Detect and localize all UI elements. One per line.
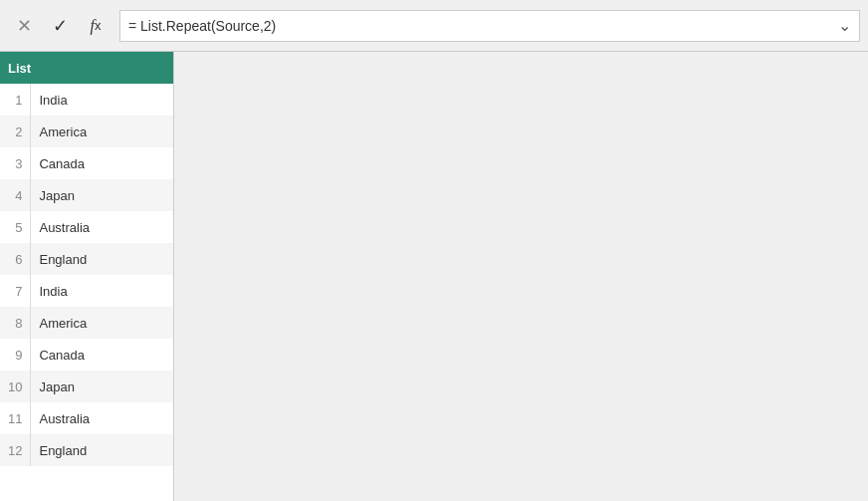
table-row[interactable]: 9Canada	[0, 339, 173, 371]
row-index: 7	[0, 275, 31, 307]
confirm-icon[interactable]: ✓	[44, 10, 76, 42]
table-row[interactable]: 8America	[0, 307, 173, 339]
row-index: 5	[0, 211, 31, 243]
table-row[interactable]: 6England	[0, 243, 173, 275]
row-value: England	[31, 243, 173, 275]
table-row[interactable]: 4Japan	[0, 179, 173, 211]
row-index: 1	[0, 84, 31, 116]
table-row[interactable]: 11Australia	[0, 402, 173, 434]
table-row[interactable]: 3Canada	[0, 147, 173, 179]
table-row[interactable]: 12England	[0, 434, 173, 466]
toolbar: ✕ ✓ fx = List.Repeat(Source,2) ⌄	[0, 0, 868, 52]
row-value: Canada	[31, 147, 173, 179]
table-row[interactable]: 7India	[0, 275, 173, 307]
row-value: America	[31, 307, 173, 339]
cancel-icon[interactable]: ✕	[8, 10, 40, 42]
row-index: 3	[0, 147, 31, 179]
row-value: Canada	[31, 339, 173, 371]
row-index: 6	[0, 243, 31, 275]
row-index: 11	[0, 402, 31, 434]
row-value: Japan	[31, 371, 173, 402]
row-value: Australia	[31, 402, 173, 434]
table-row[interactable]: 10Japan	[0, 371, 173, 402]
row-index: 9	[0, 339, 31, 371]
row-index: 4	[0, 179, 31, 211]
formula-icon: fx	[80, 10, 111, 42]
formula-bar[interactable]: = List.Repeat(Source,2) ⌄	[119, 10, 860, 42]
empty-area	[174, 52, 868, 501]
row-value: England	[31, 434, 173, 466]
row-value: America	[31, 116, 173, 147]
row-index: 2	[0, 116, 31, 147]
row-value: India	[31, 84, 173, 116]
table-header: List	[0, 52, 173, 84]
row-value: Australia	[31, 211, 173, 243]
table-row[interactable]: 1India	[0, 84, 173, 116]
table-container: List 1India2America3Canada4Japan5Austral…	[0, 52, 174, 501]
table-row[interactable]: 5Australia	[0, 211, 173, 243]
row-value: India	[31, 275, 173, 307]
data-table: List 1India2America3Canada4Japan5Austral…	[0, 52, 173, 466]
row-value: Japan	[31, 179, 173, 211]
row-index: 10	[0, 371, 31, 402]
row-index: 8	[0, 307, 31, 339]
formula-dropdown-arrow[interactable]: ⌄	[838, 16, 851, 35]
row-index: 12	[0, 434, 31, 466]
formula-text: = List.Repeat(Source,2)	[128, 18, 838, 34]
main-area: List 1India2America3Canada4Japan5Austral…	[0, 52, 868, 501]
table-row[interactable]: 2America	[0, 116, 173, 147]
